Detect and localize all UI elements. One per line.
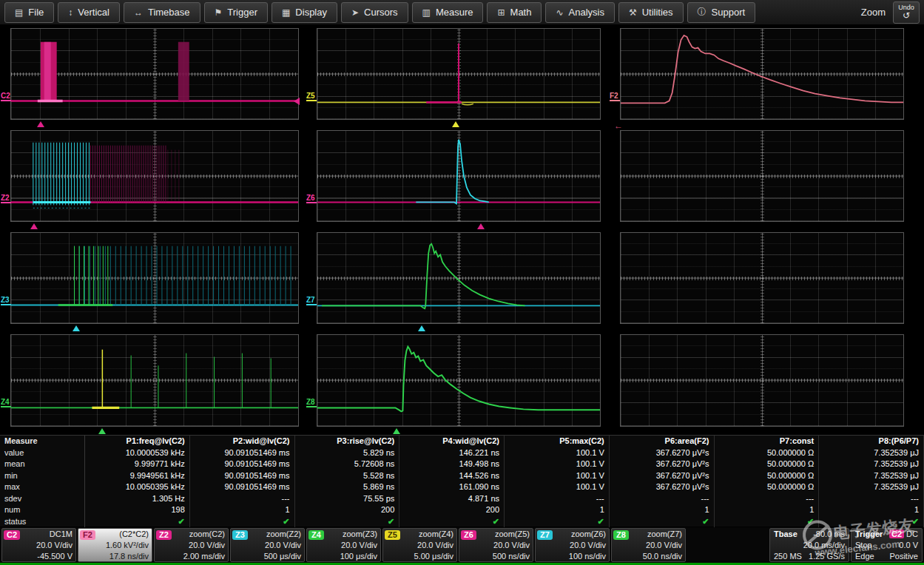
- zoom-region-marker-z6[interactable]: [477, 223, 485, 229]
- measure-col-header-p4[interactable]: P4:wid@lv(C2): [399, 436, 505, 447]
- menu-button-utilities[interactable]: ⚒Utilities: [618, 2, 684, 23]
- menu-label-math: Math: [510, 7, 532, 18]
- measure-value-p5-num: 1: [505, 504, 610, 516]
- waveform-panel-z3[interactable]: [10, 232, 299, 324]
- channel-c2-line3: -45.500 V: [37, 552, 72, 561]
- menu-button-vertical[interactable]: ↕Vertical: [58, 2, 120, 23]
- measure-value-p8-sdev: ---: [819, 493, 924, 505]
- zoom-region-marker-c2[interactable]: [37, 121, 44, 127]
- channel-z7-line1: zoom(Z6): [571, 530, 606, 538]
- menu-button-support[interactable]: ⓘSupport: [687, 2, 756, 23]
- menu-button-analysis[interactable]: ∿Analysis: [545, 2, 614, 23]
- channel-z8-line3: 50.0 ns/div: [643, 552, 682, 561]
- channel-z4-line1: zoom(Z3): [343, 530, 377, 538]
- menu-button-file[interactable]: ▤File: [4, 2, 54, 23]
- measure-value-p4-min: 144.526 ns: [399, 470, 505, 482]
- display-icon: ▦: [282, 7, 290, 18]
- zoom-mode-label[interactable]: Zoom: [861, 7, 886, 18]
- zoom-region-marker-z7[interactable]: [418, 325, 425, 331]
- channel-z5-line2: 20.0 V/div: [417, 541, 453, 549]
- analysis-icon: ∿: [556, 7, 563, 18]
- measure-value-p3-value: 5.829 ns: [295, 447, 400, 459]
- trace-label-z3[interactable]: Z3: [1, 296, 11, 305]
- measure-value-p6-max: 367.6270 μV²s: [610, 481, 715, 493]
- waveform-panel-z5[interactable]: [317, 28, 601, 120]
- measure-value-p3-max: 5.869 ns: [295, 481, 400, 493]
- measure-value-p1-min: 9.9949561 kHz: [85, 470, 190, 482]
- menu-label-file: File: [28, 7, 44, 18]
- trace-label-z7[interactable]: Z7: [306, 296, 317, 305]
- channel-box-z8[interactable]: Z8zoom(Z7)20.0 V/div50.0 ns/div: [611, 528, 686, 562]
- menu-label-trigger: Trigger: [227, 7, 257, 18]
- waveform-panel-z6[interactable]: [317, 130, 601, 222]
- channel-box-f2[interactable]: F2(C2*C2)1.60 kV²/div17.8 ns/div: [78, 528, 152, 562]
- vertical-icon: ↕: [68, 7, 72, 18]
- menu-button-trigger[interactable]: ⚑Trigger: [204, 2, 268, 23]
- measure-value-p1-sdev: 1.305 Hz: [85, 493, 190, 505]
- measure-value-p2-max: 90.091051469 ms: [190, 481, 295, 493]
- measure-col-header-p2[interactable]: P2:wid@lv(C2): [190, 436, 295, 447]
- measure-col-header-p8[interactable]: P8:(P6/P7): [819, 436, 924, 447]
- channel-box-c2[interactable]: C2DC1M20.0 V/div-45.500 V: [1, 528, 76, 562]
- waveform-panel-c2[interactable]: [10, 28, 299, 120]
- channel-box-z2[interactable]: Z2zoom(C2)20.0 V/div2.00 ms/div: [154, 528, 229, 562]
- waveform-panel-empty3[interactable]: [620, 334, 904, 427]
- zoom-region-marker-z4[interactable]: [98, 428, 106, 434]
- channel-z2-line2: 20.0 V/div: [189, 541, 225, 549]
- waveform-panel-f2[interactable]: [620, 28, 904, 120]
- channel-box-z4[interactable]: Z4zoom(Z3)20.0 V/div100 μs/div: [306, 528, 381, 562]
- trace-label-f2[interactable]: F2: [610, 92, 620, 101]
- channel-box-z5[interactable]: Z5zoom(Z4)20.0 V/div5.00 μs/div: [382, 528, 457, 562]
- measure-value-p8-max: 7.352539 μJ: [819, 481, 924, 493]
- zoom-region-marker-z8[interactable]: [393, 428, 400, 434]
- trigger-time-marker: ←: [614, 121, 623, 131]
- menu-button-math[interactable]: ⊞Math: [487, 2, 542, 23]
- channel-z7-line3: 100 ns/div: [569, 552, 606, 561]
- trigger-level-marker[interactable]: [294, 98, 300, 105]
- trace-label-z8[interactable]: Z8: [306, 398, 317, 407]
- measure-status-p6: ✔: [610, 516, 715, 528]
- measure-value-p5-min: 100.1 V: [505, 470, 610, 482]
- trace-label-z2[interactable]: Z2: [1, 194, 11, 203]
- trace-label-c2[interactable]: C2: [1, 92, 11, 101]
- channel-box-z7[interactable]: Z7zoom(Z6)20.0 V/div100 ns/div: [535, 528, 610, 562]
- measure-value-p6-mean: 367.6270 μV²s: [610, 459, 715, 470]
- menu-button-cursors[interactable]: ➤Cursors: [341, 2, 408, 23]
- waveform-panel-z7[interactable]: [317, 232, 601, 324]
- measure-col-header-p5[interactable]: P5:max(C2): [505, 436, 610, 447]
- measure-col-header-p6[interactable]: P6:area(F2): [610, 436, 715, 447]
- waveform-panel-z2[interactable]: [10, 130, 299, 222]
- trigger-type: Edge: [855, 552, 874, 561]
- trigger-box[interactable]: Trigger C2 DC Stop 0.0 V Edge Positive: [851, 528, 923, 562]
- measure-table-corner: Measure: [0, 436, 85, 447]
- channel-z3-line2: 20.0 V/div: [265, 541, 301, 549]
- measure-row-label-max: max: [0, 481, 85, 493]
- waveform-panel-z8[interactable]: [317, 334, 601, 427]
- measure-col-header-p1[interactable]: P1:freq@lv(C2): [85, 436, 190, 447]
- trace-label-z5[interactable]: Z5: [306, 92, 317, 101]
- channel-box-z3[interactable]: Z3zoom(Z2)20.0 V/div500 μs/div: [230, 528, 305, 562]
- trigger-level: 0.0 V: [899, 541, 918, 549]
- waveform-panel-z4[interactable]: [10, 334, 299, 427]
- menu-button-display[interactable]: ▦Display: [272, 2, 337, 23]
- measure-col-header-p7[interactable]: P7:const: [715, 436, 820, 447]
- menu-button-measure[interactable]: ▥Measure: [412, 2, 484, 23]
- waveform-panel-empty2[interactable]: [620, 232, 904, 324]
- zoom-region-marker-z3[interactable]: [72, 325, 80, 331]
- channel-z8-line1: zoom(Z7): [647, 530, 682, 538]
- timebase-box[interactable]: Tbase -80.0 ms 20.0 ms/div 250 MS 1.25 G…: [769, 528, 849, 562]
- measure-row-label-status: status: [0, 516, 85, 528]
- zoom-region-marker-z5[interactable]: [452, 121, 459, 127]
- trace-label-z6[interactable]: Z6: [306, 194, 317, 203]
- trigger-icon: ⚑: [215, 7, 223, 18]
- trace-z4: [11, 335, 298, 426]
- menu-label-cursors: Cursors: [364, 7, 398, 18]
- menu-button-timebase[interactable]: ↔Timebase: [124, 2, 200, 23]
- trace-label-z4[interactable]: Z4: [1, 398, 11, 407]
- undo-button[interactable]: Undo ↺: [893, 1, 920, 24]
- channel-box-z6[interactable]: Z6zoom(Z5)20.0 V/div500 ns/div: [459, 528, 533, 562]
- measure-value-p2-value: 90.091051469 ms: [190, 447, 295, 459]
- zoom-region-marker-z2[interactable]: [30, 223, 38, 229]
- measure-col-header-p3[interactable]: P3:rise@lv(C2): [295, 436, 400, 447]
- waveform-panel-empty1[interactable]: [620, 130, 904, 222]
